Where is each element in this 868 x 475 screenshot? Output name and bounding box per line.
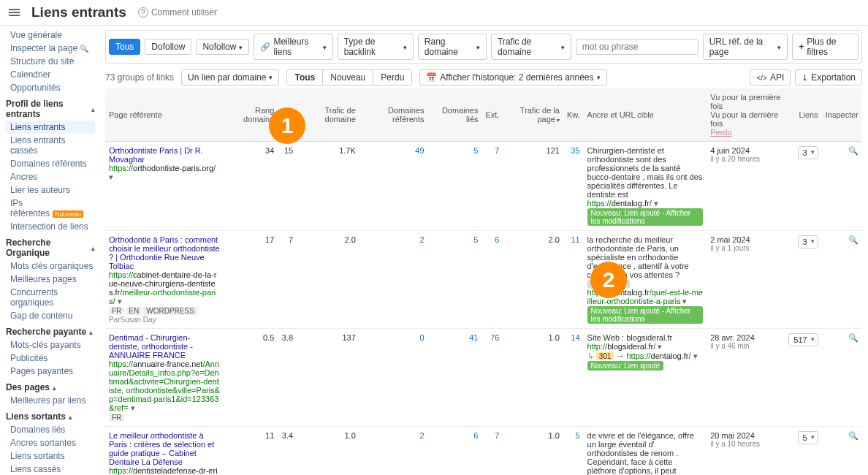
sidebar-section[interactable]: Liens sortants [6,411,95,422]
filter-url-ref[interactable]: URL réf. de la page [703,34,788,60]
col-rang[interactable]: Rang domaine [224,88,278,142]
one-link-per-domain[interactable]: Un lien par domaine ▾ [181,69,279,86]
target-url[interactable]: https://dentalog.fr/ ▾ [587,199,658,208]
sidebar-section[interactable]: Profil de liens entrants [6,99,95,119]
cell-dr[interactable]: 49 [359,142,428,231]
export-button[interactable]: Exportation [795,69,862,86]
howto-link[interactable]: ? Comment utiliser [138,7,217,18]
sidebar-item[interactable]: Liens sortants [6,449,95,463]
inspect-icon[interactable] [822,231,862,329]
api-button[interactable]: API [750,69,791,86]
cell-tp: 1.0 [503,427,563,476]
sidebar-item[interactable]: IPs référentesNouveau [6,197,95,220]
inspect-icon[interactable] [822,142,862,231]
links-select[interactable]: 5 [798,431,818,444]
col-page-ref[interactable]: Page référente [105,88,224,142]
tab-perdu[interactable]: Perdu [373,70,411,85]
sidebar-section[interactable]: Recherche payante [6,327,95,337]
menu-icon[interactable] [9,7,20,18]
sidebar-item[interactable]: Meilleures par liens [6,394,95,407]
cell-dl[interactable]: 41 [428,329,482,427]
filter-domain-rank[interactable]: Rang domaine [418,34,487,60]
redirect-target[interactable]: https://dentalog.fr/ ▾ [626,352,697,360]
sidebar-item[interactable]: Domaines liés [6,423,95,436]
filter-backlink-type[interactable]: Type de backlink [338,34,414,60]
filter-nofollow[interactable]: Nofollow [196,39,249,55]
history-dropdown[interactable]: 📅Afficher l'historique: 2 dernières anné… [419,69,606,86]
col-ext[interactable]: Ext. [481,88,503,142]
cell-dr[interactable]: 2 [359,427,428,476]
col-trafic-dom[interactable]: Trafic de domaine [297,88,359,142]
sidebar-item[interactable]: Opportunités [6,81,95,94]
sidebar-item[interactable]: Concurrents organiques [6,286,95,309]
sidebar-item[interactable]: Domaines référents [6,157,95,170]
new-link-badge[interactable]: Nouveau: Lien ajouté - Afficher les modi… [587,208,704,226]
filter-domain-traffic[interactable]: Trafic de domaine [491,34,571,60]
ref-page-url[interactable]: https://annuaire-france.net/Annuaire/Det… [109,360,220,412]
ref-page-title[interactable]: Orthodontie à Paris : comment choisir le… [109,235,220,270]
ref-page-title[interactable]: Dentimad - Chirurgien-dentiste, orthodon… [109,333,193,360]
sidebar-section[interactable]: Recherche Organique [6,238,95,258]
sidebar-item[interactable]: Lier les auteurs [6,183,95,197]
sidebar-item[interactable]: Pages payantes [6,365,95,378]
filter-tous[interactable]: Tous [109,39,140,55]
inspect-icon[interactable] [822,427,862,476]
sidebar-item[interactable]: Intersection de liens [6,220,95,233]
sidebar-item[interactable]: Meilleures pages [6,273,95,286]
tab-tous[interactable]: Tous [287,70,323,85]
cell-kw[interactable]: 11 [563,231,584,329]
filter-best-links[interactable]: Meilleurs liens [254,34,332,60]
cell-dr[interactable]: 0 [359,329,428,427]
sidebar-item[interactable]: Ancres sortantes [6,436,95,449]
sidebar-item-active[interactable]: Liens entrants [6,121,95,134]
inspect-icon[interactable] [822,329,862,427]
sidebar-item[interactable]: Publicités [6,352,95,365]
ref-page-url[interactable]: https://dentisteladefense-dr-erik-kirsch… [109,466,220,475]
col-dom-ref[interactable]: Domaines référents [359,88,428,142]
site-url[interactable]: http://blogsideral.fr/ ▾ [587,342,663,351]
cell-ext[interactable]: 6 [481,231,503,329]
links-select[interactable]: 517 [788,333,818,346]
cell-kw[interactable]: 14 [563,329,584,427]
ref-page-title[interactable]: Orthodontiste Paris | Dr R. Movaghar [109,146,203,164]
sidebar-item[interactable]: Structure du site [6,55,95,68]
ref-page-url[interactable]: https://orthodontiste-paris.org/ ▾ [109,164,216,181]
sidebar-item[interactable]: Liens entrants cassés [6,134,95,157]
new-link-badge[interactable]: Nouveau: Lien ajouté - Afficher les modi… [587,306,704,324]
cell-ext[interactable]: 76 [481,329,503,427]
cell-ext[interactable]: 7 [481,427,503,476]
tab-nouveau[interactable]: Nouveau [323,70,373,85]
col-kw[interactable]: Kw. [563,88,584,142]
cell-kw[interactable]: 5 [563,427,584,476]
col-inspect[interactable]: Inspecter [822,88,862,142]
cell-dl[interactable]: 5 [428,142,482,231]
sidebar-item[interactable]: Inspecter la page 🔍 [6,42,95,55]
sidebar-item[interactable]: Ancres [6,170,95,183]
col-trafic-page[interactable]: Trafic de la page [503,88,563,142]
sidebar-section[interactable]: Des pages [6,382,95,392]
cell-dl[interactable]: 5 [428,231,482,329]
sidebar-item[interactable]: Vue générale [6,28,95,42]
col-dom-lies[interactable]: Domaines liés [428,88,482,142]
filter-dofollow[interactable]: Dofollow [145,39,191,55]
cell-dl[interactable]: 6 [428,427,482,476]
sidebar-item[interactable]: Gap de contenu [6,309,95,322]
cell-dr[interactable]: 2 [359,231,428,329]
cell-ext[interactable]: 7 [481,142,503,231]
col-liens[interactable]: Liens [785,88,821,142]
sidebar-item[interactable]: Mots-clés payants [6,338,95,352]
sidebar-item[interactable]: Liens cassés [6,463,95,475]
col-anchor[interactable]: Ancre et URL cible [584,88,707,142]
sidebar-item[interactable]: Calendrier [6,68,95,81]
ref-page-url[interactable]: https://cabinet-dentaire-de-la-rue-neuve… [109,270,216,305]
links-select[interactable]: 3 [798,146,818,159]
links-select[interactable]: 3 [798,235,818,248]
more-filters[interactable]: Plus de filtres [792,34,859,60]
col-vu[interactable]: Vu pour la première fois Vu pour la dern… [707,88,785,142]
sidebar-item[interactable]: Mots clés organiques [6,259,95,273]
search-box[interactable] [576,39,698,55]
ref-page-title[interactable]: Le meilleur orthodontiste à Paris : crit… [109,431,214,466]
search-input[interactable] [581,41,693,53]
step-badge-1: 1 [269,107,305,144]
cell-kw[interactable]: 35 [563,142,584,231]
